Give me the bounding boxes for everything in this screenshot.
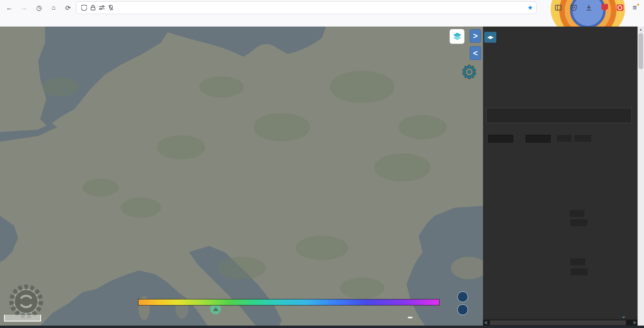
browser-chrome: ← → ◷ ⌂ ⟳ ★ — [0, 0, 644, 27]
table-scroll-down-icon[interactable]: ⌄ — [621, 313, 626, 319]
db-reset-button[interactable] — [571, 268, 588, 275]
scrollbar-thumb[interactable] — [490, 320, 626, 325]
info-sidebar: ◀▶ — [483, 27, 638, 328]
mtbiker-gear-icon — [9, 284, 43, 319]
extension-icon[interactable] — [615, 3, 625, 12]
expand-sidebar-button[interactable]: > — [470, 29, 481, 43]
settings-gear-icon[interactable]: ⚙ — [461, 63, 477, 81]
back-button[interactable]: ← — [4, 3, 14, 12]
zoom-out-button[interactable] — [457, 304, 468, 315]
pocket-icon[interactable] — [568, 3, 579, 12]
table-horizontal-scrollbar[interactable]: < > — [483, 320, 638, 326]
collapse-sidebar-button[interactable]: < — [470, 46, 481, 60]
ublock-icon[interactable] — [599, 3, 610, 12]
altitude-min-input[interactable] — [488, 135, 513, 142]
page-scrollbar-thumb[interactable] — [638, 33, 643, 69]
bookmark-star-icon[interactable]: ★ — [528, 4, 533, 11]
menu-icon[interactable]: ≡ — [630, 3, 640, 12]
bookmarks-bar — [0, 15, 644, 27]
scroll-up-icon[interactable]: ▲ — [638, 27, 644, 31]
sidebar-header — [483, 31, 636, 36]
downloads-icon[interactable] — [584, 3, 594, 12]
browser-toolbar: ← → ◷ ⌂ ⟳ ★ — [0, 0, 644, 15]
altitude-legend-bar — [138, 299, 440, 305]
layer-switcher-button[interactable] — [450, 29, 464, 43]
page-content: > < ⚙ ◀▶ — [0, 27, 644, 328]
altitude-reset-button[interactable] — [574, 135, 591, 142]
altitude-filter-button[interactable] — [557, 135, 572, 142]
reload-icon[interactable]: ⟳ — [63, 3, 73, 12]
source-reset-button[interactable] — [570, 219, 587, 226]
home-icon[interactable]: ⌂ — [48, 3, 59, 12]
scroll-right-icon[interactable]: > — [633, 320, 636, 326]
taskbar-edge — [0, 326, 644, 328]
map-scale — [4, 315, 41, 322]
lock-icon[interactable] — [89, 3, 97, 12]
history-icon[interactable]: ◷ — [34, 3, 44, 12]
shield-icon[interactable] — [80, 3, 89, 12]
zoom-in-button[interactable] — [457, 291, 468, 302]
forward-button[interactable]: → — [19, 3, 29, 12]
page-scrollbar[interactable]: ▲ — [638, 27, 644, 328]
scroll-left-icon[interactable]: < — [485, 320, 487, 326]
db-filter-button[interactable] — [570, 258, 585, 265]
location-blocked-icon[interactable] — [106, 3, 115, 12]
permissions-icon[interactable] — [97, 3, 106, 12]
altitude-max-input[interactable] — [526, 135, 551, 142]
osm-attribution — [408, 317, 413, 318]
sidebar-tabs — [486, 108, 632, 123]
url-bar[interactable]: ★ — [76, 2, 536, 14]
source-filter-button[interactable] — [570, 210, 584, 217]
sidebars-icon[interactable] — [553, 3, 564, 12]
